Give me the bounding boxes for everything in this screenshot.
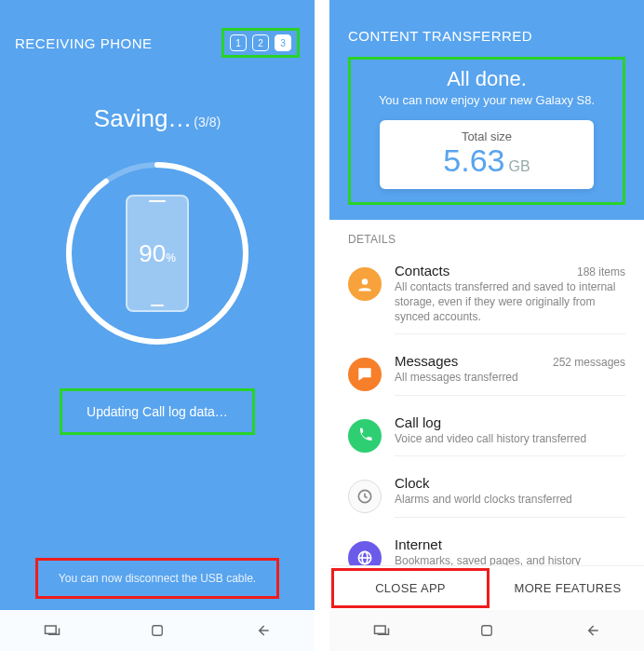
recents-icon[interactable] — [42, 620, 62, 641]
details-label: DETAILS — [329, 220, 644, 253]
list-item[interactable]: Internet Bookmarks, saved pages, and his… — [348, 527, 625, 565]
svg-rect-3 — [153, 626, 163, 636]
svg-rect-2 — [46, 626, 57, 633]
done-heading: All done. — [360, 67, 613, 91]
item-title: Messages — [395, 353, 458, 369]
back-icon[interactable] — [582, 620, 602, 641]
transfer-complete-screen: CONTENT TRANSFERRED All done. You can no… — [329, 0, 644, 651]
item-title: Clock — [395, 475, 430, 491]
button-bar: CLOSE APP MORE FEATURES — [329, 565, 644, 610]
svg-rect-8 — [375, 626, 386, 633]
item-sub: All messages transferred — [395, 371, 625, 386]
more-features-button[interactable]: MORE FEATURES — [491, 566, 644, 610]
done-subtitle: You can now enjoy your new Galaxy S8. — [360, 93, 613, 107]
progress-percent: 90% — [139, 239, 176, 268]
item-sub: Alarms and world clocks transferred — [395, 493, 625, 508]
step-badge-3: 3 — [275, 34, 291, 51]
total-size-value: 5.63 — [443, 142, 504, 178]
page-title: RECEIVING PHONE — [15, 35, 153, 51]
back-icon[interactable] — [252, 620, 273, 641]
calllog-icon — [348, 419, 382, 453]
list-item[interactable]: Clock Alarms and world clocks transferre… — [348, 466, 625, 527]
saving-count: (3/8) — [194, 115, 221, 129]
done-card: All done. You can now enjoy your new Gal… — [348, 57, 625, 205]
nav-bar — [0, 610, 315, 651]
details-list[interactable]: Contacts188 items All contacts transferr… — [329, 253, 644, 565]
internet-icon — [348, 541, 382, 565]
item-sub: All contacts transferred and saved to in… — [395, 280, 625, 324]
step-badge-2: 2 — [252, 34, 269, 51]
recents-icon[interactable] — [371, 620, 392, 641]
item-meta: 188 items — [577, 265, 625, 278]
clock-icon — [348, 480, 382, 513]
item-sub: Bookmarks, saved pages, and history tran… — [395, 554, 625, 565]
disconnect-message: You can now disconnect the USB cable. — [35, 558, 279, 599]
messages-icon — [348, 358, 382, 391]
step-badge-1: 1 — [230, 34, 247, 51]
list-item[interactable]: Call log Voice and video call history tr… — [348, 405, 625, 467]
svg-point-4 — [362, 279, 369, 286]
progress-ring: 90% — [60, 156, 255, 351]
step-indicator: 1 2 3 — [221, 28, 300, 58]
svg-rect-9 — [482, 626, 492, 636]
contacts-icon — [348, 267, 382, 301]
saving-label: Saving… — [94, 104, 193, 132]
saving-status: Saving…(3/8) — [0, 104, 315, 133]
total-size-card: Total size 5.63GB — [380, 120, 594, 189]
item-title: Contacts — [395, 263, 449, 278]
status-message: Updating Call log data… — [60, 388, 255, 435]
total-size-unit: GB — [509, 158, 530, 174]
list-item[interactable]: Contacts188 items All contacts transferr… — [348, 253, 625, 344]
nav-bar — [329, 610, 644, 651]
home-icon[interactable] — [476, 620, 497, 641]
close-app-button[interactable]: CLOSE APP — [331, 568, 490, 608]
page-title: CONTENT TRANSFERRED — [348, 28, 625, 44]
item-sub: Voice and video call history transferred — [395, 432, 625, 447]
list-item[interactable]: Messages252 messages All messages transf… — [348, 344, 625, 405]
home-icon[interactable] — [147, 620, 168, 641]
item-title: Call log — [395, 414, 441, 430]
total-size-label: Total size — [380, 129, 594, 143]
item-title: Internet — [395, 536, 442, 552]
item-meta: 252 messages — [553, 356, 625, 369]
receiving-phone-screen: RECEIVING PHONE 1 2 3 Saving…(3/8) 90% U… — [0, 0, 315, 651]
